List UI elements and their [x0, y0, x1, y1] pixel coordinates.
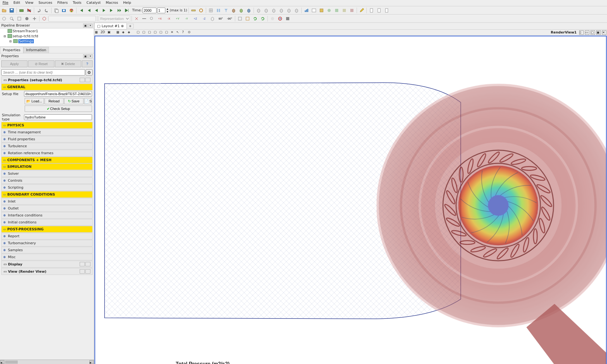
set-ny-icon[interactable]: -Y: [182, 15, 191, 22]
section-simulation[interactable]: ▭SIMULATION: [1, 163, 93, 170]
set-y-icon[interactable]: +Y: [174, 15, 182, 22]
panel-undock-icon[interactable]: ▣: [83, 54, 88, 58]
reload-button[interactable]: Reload: [45, 98, 64, 104]
doc3-icon[interactable]: [383, 7, 390, 14]
loop-icon[interactable]: [116, 7, 123, 14]
time-value-input[interactable]: [143, 8, 156, 13]
next-frame-icon[interactable]: [108, 7, 115, 14]
ruler-icon[interactable]: [190, 7, 197, 14]
menu-tools[interactable]: Tools: [70, 0, 84, 6]
split-h-icon[interactable]: ▯: [579, 30, 584, 35]
time-step-input[interactable]: [157, 8, 165, 13]
horizontal-scrollbar[interactable]: ◂▸: [0, 360, 94, 364]
isometric-icon[interactable]: [209, 15, 216, 22]
panel-undock-icon[interactable]: ▣: [83, 24, 88, 27]
paste-props-icon[interactable]: [85, 78, 90, 82]
first-frame-icon[interactable]: [78, 7, 85, 14]
apply-button[interactable]: Apply: [1, 60, 28, 67]
copy-icon[interactable]: [53, 7, 60, 14]
advanced-toggle-icon[interactable]: ⚙: [86, 69, 93, 76]
reset-button[interactable]: ⊘Reset: [28, 60, 54, 67]
cfd2-icon[interactable]: [333, 7, 340, 14]
item-initial-conditions[interactable]: ⊕Initial conditions: [1, 219, 93, 226]
sim-type-input[interactable]: [24, 114, 92, 120]
zoomsel-icon[interactable]: [244, 15, 251, 22]
extra2-icon[interactable]: [277, 15, 284, 22]
item-outlet[interactable]: ⊕Outlet: [1, 205, 93, 212]
close-tab-icon[interactable]: ⊗: [121, 24, 124, 28]
rotn90-icon[interactable]: -90°: [225, 15, 234, 22]
cube1-icon[interactable]: [230, 7, 237, 14]
grid-icon[interactable]: [207, 7, 214, 14]
item-scripting[interactable]: ⊕Scripting: [1, 184, 93, 191]
play-icon[interactable]: [101, 7, 107, 14]
representation-select[interactable]: Representation: [99, 15, 130, 22]
render-btn-2[interactable]: ▣: [107, 30, 112, 35]
item-report[interactable]: ⊕Report: [1, 233, 93, 240]
tree-item-settings[interactable]: Settings: [18, 39, 34, 43]
cube4-icon[interactable]: [255, 7, 262, 14]
cube9-icon[interactable]: [293, 7, 300, 14]
zoomfit-icon[interactable]: [236, 15, 243, 22]
save-button[interactable]: ↻ Save: [64, 98, 83, 104]
play-reverse-icon[interactable]: [93, 7, 100, 14]
redo-icon[interactable]: [43, 7, 50, 14]
render-btn-4[interactable]: ◈: [122, 30, 126, 35]
zoom2-icon[interactable]: [148, 15, 155, 22]
section-physics[interactable]: ▭PHYSICS: [1, 122, 93, 129]
last-frame-icon[interactable]: [123, 7, 130, 14]
save-icon[interactable]: [8, 7, 15, 14]
item-interface-conditions[interactable]: ⊕Interface conditions: [1, 212, 93, 219]
copy-view-icon[interactable]: [80, 269, 85, 274]
item-inlet[interactable]: ⊕Inlet: [1, 198, 93, 205]
render-btn-9[interactable]: ▢: [154, 30, 158, 35]
cfd4-icon[interactable]: [348, 7, 355, 14]
panel-close-icon[interactable]: ✕: [88, 54, 93, 58]
close-view-icon[interactable]: ✕: [602, 30, 606, 35]
item-time-management[interactable]: ⊕Time management: [1, 129, 93, 136]
setup-file-input[interactable]: [24, 91, 92, 97]
mode1-icon[interactable]: [16, 15, 23, 22]
render-btn-12[interactable]: ✕: [171, 30, 175, 35]
section-post-processing[interactable]: ▭POST-PROCESSING: [1, 226, 93, 233]
paste-view-icon[interactable]: [85, 269, 90, 274]
menu-edit[interactable]: Edit: [11, 0, 22, 6]
render-btn-5[interactable]: ◈: [128, 30, 132, 35]
pencil-icon[interactable]: [358, 7, 365, 14]
render-btn-13[interactable]: ↖: [176, 30, 181, 35]
field-input-1[interactable]: [48, 16, 96, 21]
reset-camera-icon[interactable]: [1, 15, 8, 22]
open-icon[interactable]: [1, 7, 8, 14]
screenshot-icon[interactable]: [60, 7, 67, 14]
cube5-icon[interactable]: [263, 7, 270, 14]
item-samples[interactable]: ⊕Samples: [1, 247, 93, 253]
menu-sources[interactable]: Sources: [36, 0, 55, 6]
filter2-icon[interactable]: [223, 7, 230, 14]
copy-display-icon[interactable]: [80, 262, 85, 266]
mode3-icon[interactable]: [31, 15, 38, 22]
copy-props-icon[interactable]: [80, 78, 85, 82]
split-v-icon[interactable]: ▭: [585, 30, 589, 35]
menu-macros[interactable]: Macros: [103, 0, 121, 6]
render-btn-10[interactable]: ▢: [159, 30, 164, 35]
render-view[interactable]: Total Pressure (m2/s2) -1.0e+02-50050100…: [95, 36, 607, 364]
extra3-icon[interactable]: [284, 15, 291, 22]
disconnect-icon[interactable]: [26, 7, 33, 14]
panel-close-icon[interactable]: ✕: [88, 24, 93, 27]
item-misc[interactable]: ⊕Misc: [1, 254, 93, 260]
undo-icon[interactable]: [35, 7, 42, 14]
search-input[interactable]: [1, 69, 85, 76]
tab-properties[interactable]: Properties: [0, 47, 23, 53]
render-btn-8[interactable]: ▢: [148, 30, 152, 35]
refresh2-icon[interactable]: [259, 15, 266, 22]
palette-icon[interactable]: [68, 7, 75, 14]
section-general[interactable]: ▭GENERAL: [1, 84, 93, 90]
mode2-icon[interactable]: [23, 15, 30, 22]
load-button[interactable]: 📂 Load...: [25, 98, 44, 104]
delete-button[interactable]: ✖Delete: [55, 60, 81, 67]
refresh1-icon[interactable]: [252, 15, 259, 22]
add-layout-button[interactable]: +: [127, 24, 134, 28]
item-fluid-properties[interactable]: ⊕Fluid properties: [1, 136, 93, 143]
render-btn-11[interactable]: ▢: [165, 30, 169, 35]
render-btn-7[interactable]: ▢: [142, 30, 147, 35]
